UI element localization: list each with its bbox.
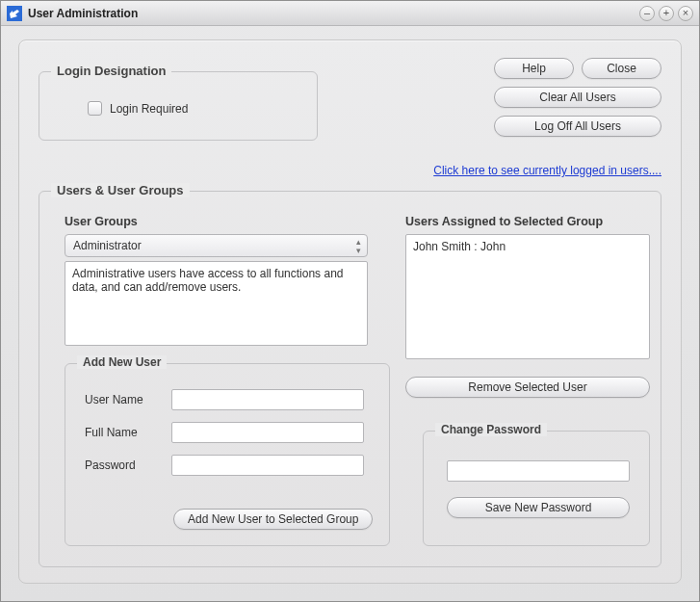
app-icon [7, 6, 22, 21]
user-groups-label: User Groups [65, 215, 138, 228]
titlebar: User Administration – + × [1, 1, 699, 26]
window-title: User Administration [28, 7, 138, 20]
help-button[interactable]: Help [494, 58, 574, 79]
login-designation-legend: Login Designation [51, 64, 171, 78]
save-new-password-button[interactable]: Save New Password [447, 497, 630, 518]
add-new-user-group: Add New User User Name Full Name Passwor… [65, 363, 390, 546]
users-user-groups-group: Users & User Groups User Groups Users As… [39, 191, 661, 567]
login-required-checkbox[interactable] [88, 101, 102, 116]
change-password-legend: Change Password [435, 423, 547, 436]
user-groups-select[interactable]: Administrator ▴▾ [65, 234, 368, 257]
assigned-users-listbox[interactable]: John Smith : John [405, 234, 650, 359]
close-button[interactable]: Close [582, 58, 661, 79]
clear-all-users-button[interactable]: Clear All Users [494, 87, 661, 108]
change-password-group: Change Password Save New Password [423, 431, 650, 546]
users-user-groups-legend: Users & User Groups [51, 183, 190, 197]
user-groups-selected: Administrator [73, 239, 142, 252]
password-label: Password [85, 458, 162, 472]
change-password-field[interactable] [447, 460, 630, 482]
add-new-user-legend: Add New User [77, 355, 167, 369]
group-description-box: Administrative users have access to all … [65, 261, 368, 346]
maximize-icon[interactable]: + [659, 6, 674, 21]
main-panel: Login Designation Login Required Help Cl… [18, 39, 682, 584]
username-label: User Name [85, 393, 162, 406]
list-item[interactable]: John Smith : John [413, 240, 642, 253]
content-area: Login Designation Login Required Help Cl… [1, 26, 699, 601]
group-description-text: Administrative users have access to all … [72, 267, 343, 294]
assigned-users-label: Users Assigned to Selected Group [405, 215, 603, 228]
add-user-submit-button[interactable]: Add New User to Selected Group [173, 509, 373, 530]
login-designation-group: Login Designation Login Required [39, 71, 318, 141]
top-buttons: Help Close Clear All Users Log Off All U… [494, 58, 661, 137]
password-field[interactable] [171, 455, 364, 476]
log-off-all-users-button[interactable]: Log Off All Users [494, 116, 661, 137]
logged-in-users-link-row: Click here to see currently logged in us… [433, 164, 661, 177]
fullname-label: Full Name [85, 426, 162, 439]
close-icon[interactable]: × [678, 6, 693, 21]
logged-in-users-link[interactable]: Click here to see currently logged in us… [433, 164, 661, 177]
username-field[interactable] [171, 389, 364, 410]
login-required-label: Login Required [110, 102, 188, 116]
login-required-checkbox-row: Login Required [88, 101, 188, 116]
user-admin-window: User Administration – + × Login Designat… [0, 0, 700, 602]
remove-selected-user-button[interactable]: Remove Selected User [405, 377, 650, 398]
chevron-updown-icon: ▴▾ [356, 238, 361, 254]
fullname-field[interactable] [171, 422, 364, 443]
window-controls: – + × [639, 6, 693, 21]
minimize-icon[interactable]: – [639, 6, 655, 21]
